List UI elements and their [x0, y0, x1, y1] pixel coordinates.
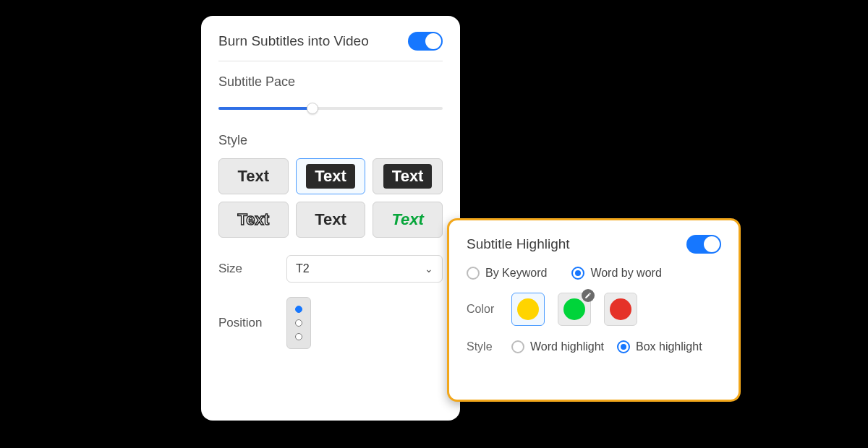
divider — [218, 61, 443, 61]
position-row: Position — [218, 297, 443, 349]
color-swatch-yellow[interactable] — [511, 293, 545, 326]
style-box-label: Box highlight — [636, 340, 702, 353]
burn-subtitles-label: Burn Subtitles into Video — [218, 33, 369, 49]
mode-label: By Keyword — [485, 267, 547, 280]
style-option-dark-boxed[interactable]: Text — [296, 158, 366, 194]
chevron-down-icon: ⌄ — [425, 263, 433, 275]
position-middle[interactable] — [295, 319, 302, 327]
mode-by-keyword[interactable]: By Keyword — [467, 267, 547, 280]
style-text: Text — [306, 164, 355, 189]
toggle-knob — [425, 33, 441, 49]
position-top[interactable] — [295, 306, 302, 313]
style-text: Text — [315, 210, 346, 229]
radio-icon — [617, 340, 630, 353]
color-circle — [563, 298, 585, 320]
color-label: Color — [467, 303, 498, 316]
size-label: Size — [218, 262, 271, 276]
style-text: Text — [238, 210, 270, 229]
subtitle-highlight-popover: Subtitle Highlight By Keyword Word by wo… — [447, 218, 741, 402]
highlight-mode-row: By Keyword Word by word — [467, 267, 721, 280]
radio-icon — [467, 267, 480, 280]
style-text: Text — [238, 167, 270, 186]
color-circle — [517, 298, 539, 320]
style-word-label: Word highlight — [530, 340, 604, 353]
highlight-color-row: Color — [467, 293, 721, 326]
size-row: Size T2 ⌄ — [218, 255, 443, 283]
burn-subtitles-row: Burn Subtitles into Video — [218, 32, 443, 51]
mode-word-by-word[interactable]: Word by word — [571, 267, 661, 280]
style-option-plain[interactable]: Text — [218, 158, 289, 194]
toggle-knob — [704, 236, 720, 252]
highlight-style-label: Style — [467, 340, 498, 353]
style-text: Text — [391, 210, 423, 229]
subtitle-settings-panel: Burn Subtitles into Video Subtitle Pace … — [201, 16, 460, 421]
style-option-dark[interactable]: Text — [373, 158, 443, 194]
color-swatch-green[interactable] — [558, 293, 591, 326]
position-selector — [286, 297, 311, 349]
slider-thumb[interactable] — [307, 103, 318, 114]
style-word-highlight[interactable]: Word highlight — [511, 340, 604, 353]
style-box-highlight[interactable]: Box highlight — [617, 340, 702, 353]
size-value: T2 — [296, 262, 310, 275]
style-option-outline[interactable]: Text — [218, 202, 289, 238]
position-bottom[interactable] — [295, 333, 302, 340]
position-label: Position — [218, 297, 271, 330]
highlight-title: Subtitle Highlight — [467, 236, 570, 252]
style-option-green[interactable]: Text — [373, 202, 443, 238]
subtitle-pace-slider[interactable] — [218, 100, 443, 117]
burn-subtitles-toggle[interactable] — [408, 32, 443, 51]
color-swatch-red[interactable] — [604, 293, 637, 326]
size-select[interactable]: T2 ⌄ — [286, 255, 443, 283]
slider-fill — [218, 107, 312, 110]
subtitle-pace-label: Subtitle Pace — [218, 74, 443, 90]
color-circle — [610, 298, 631, 320]
radio-icon — [511, 340, 524, 353]
style-option-bold[interactable]: Text — [296, 202, 366, 238]
highlight-style-row: Style Word highlight Box highlight — [467, 340, 721, 353]
style-label: Style — [218, 133, 443, 148]
highlight-toggle[interactable] — [686, 235, 721, 254]
edit-icon[interactable] — [582, 289, 595, 302]
highlight-header: Subtitle Highlight — [467, 235, 721, 254]
style-grid: Text Text Text Text Text Text — [218, 158, 443, 238]
style-text: Text — [383, 164, 433, 189]
mode-label: Word by word — [590, 267, 661, 280]
radio-icon — [571, 267, 584, 280]
